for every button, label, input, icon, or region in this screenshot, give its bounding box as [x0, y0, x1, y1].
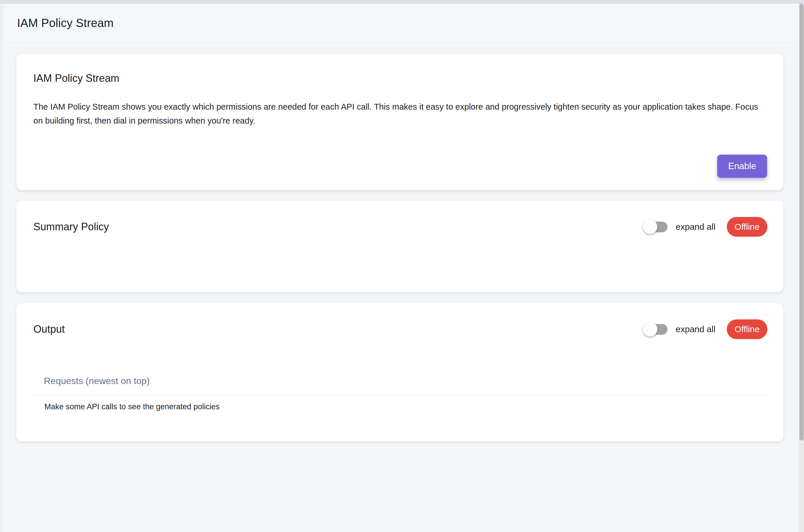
- intro-card: IAM Policy Stream The IAM Policy Stream …: [16, 54, 783, 190]
- output-expand-all-label: expand all: [676, 324, 715, 334]
- page-header: IAM Policy Stream: [3, 4, 799, 43]
- intro-card-description: The IAM Policy Stream shows you exactly …: [33, 100, 759, 128]
- summary-expand-all-label: expand all: [676, 222, 715, 232]
- scrollbar[interactable]: [799, 4, 804, 532]
- window-left-edge: [0, 4, 3, 532]
- summary-policy-header-row: Summary Policy expand all Offline: [33, 217, 767, 237]
- requests-empty-message: Make some API calls to see the generated…: [44, 402, 767, 411]
- main-content: IAM Policy Stream The IAM Policy Stream …: [16, 54, 783, 441]
- output-expand-all-toggle[interactable]: [643, 324, 668, 335]
- requests-block: Requests (newest on top) Make some API c…: [33, 376, 767, 411]
- output-controls: expand all Offline: [643, 319, 767, 339]
- output-status-badge: Offline: [727, 319, 767, 339]
- intro-card-title: IAM Policy Stream: [33, 54, 766, 85]
- summary-status-badge: Offline: [727, 217, 767, 237]
- scrollbar-thumb[interactable]: [799, 4, 804, 441]
- summary-policy-title: Summary Policy: [33, 221, 109, 233]
- toggle-knob: [643, 322, 657, 337]
- requests-heading: Requests (newest on top): [44, 376, 767, 386]
- summary-policy-controls: expand all Offline: [643, 217, 767, 237]
- output-card: Output expand all Offline Requests (newe…: [16, 303, 783, 441]
- toggle-knob: [643, 220, 657, 234]
- window-top-edge: [0, 0, 804, 4]
- requests-divider: [33, 395, 767, 395]
- page-title: IAM Policy Stream: [17, 17, 113, 30]
- enable-button[interactable]: Enable: [717, 155, 767, 178]
- output-title: Output: [33, 323, 65, 335]
- output-header-row: Output expand all Offline: [33, 319, 767, 339]
- summary-expand-all-toggle[interactable]: [643, 222, 668, 232]
- summary-policy-card: Summary Policy expand all Offline: [16, 201, 783, 292]
